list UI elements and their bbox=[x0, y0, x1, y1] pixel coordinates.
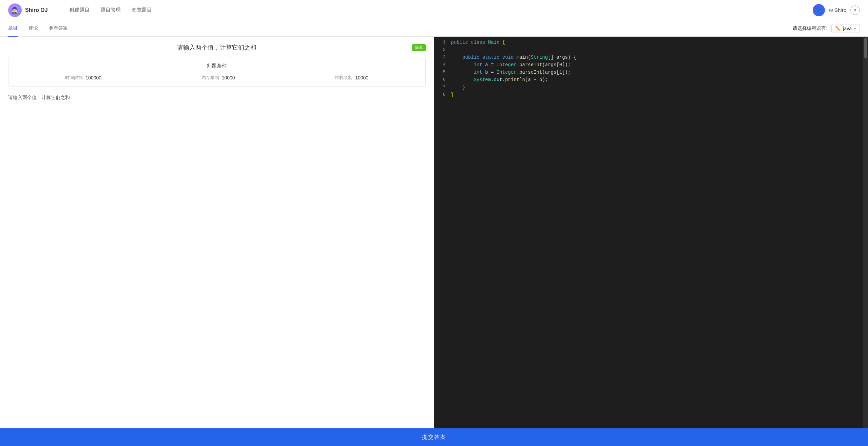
code-line-6: 6 System.out.println(a + b); bbox=[434, 77, 868, 84]
header: 🧙‍♀️ Shiro OJ 创建题目 题目管理 浏览题目 👤 ✉ Shiro ▾ bbox=[0, 0, 868, 20]
difficulty-badge: 简单 bbox=[412, 44, 426, 51]
user-name-label[interactable]: ✉ Shiro bbox=[829, 7, 846, 13]
problem-panel: 请输入两个值，计算它们之和 简单 判题条件 时间限制 100000 内存限制 1… bbox=[0, 37, 434, 428]
memory-limit-label: 内存限制 bbox=[201, 75, 219, 81]
stack-limit-item: 堆栈限制 10000 bbox=[335, 75, 368, 81]
code-line-1: 1public class Main { bbox=[434, 39, 868, 47]
user-avatar-icon[interactable]: 👤 bbox=[813, 4, 825, 16]
main-content: 请输入两个值，计算它们之和 简单 判题条件 时间限制 100000 内存限制 1… bbox=[0, 37, 868, 428]
line-content: public class Main { bbox=[451, 40, 868, 45]
submit-button-label: 提交答案 bbox=[422, 434, 446, 441]
nav-create[interactable]: 创建题目 bbox=[69, 7, 90, 13]
judge-card-title: 判题条件 bbox=[15, 63, 419, 69]
judge-conditions: 时间限制 100000 内存限制 10000 堆栈限制 10000 bbox=[15, 75, 419, 81]
line-number: 4 bbox=[434, 62, 451, 67]
memory-limit-item: 内存限制 10000 bbox=[201, 75, 235, 81]
tab-reference-answer[interactable]: 参考答案 bbox=[49, 20, 68, 37]
chevron-down-icon: ▾ bbox=[854, 26, 856, 31]
stack-limit-label: 堆栈限制 bbox=[335, 75, 352, 81]
tab-problem[interactable]: 题目 bbox=[8, 20, 18, 37]
line-content: public static void main(String[] args) { bbox=[451, 55, 868, 60]
header-right: 👤 ✉ Shiro ▾ bbox=[813, 4, 860, 16]
problem-header: 请输入两个值，计算它们之和 简单 bbox=[8, 43, 426, 52]
submit-bar[interactable]: 提交答案 bbox=[0, 428, 868, 446]
stack-limit-value: 10000 bbox=[355, 75, 368, 80]
language-selector-area: 请选择编程语言: ✏️ java ▾ bbox=[793, 24, 860, 33]
line-number: 6 bbox=[434, 77, 451, 82]
line-number: 1 bbox=[434, 40, 451, 45]
code-line-2: 2 bbox=[434, 47, 868, 54]
nav-links: 创建题目 题目管理 浏览题目 bbox=[69, 7, 799, 13]
user-dropdown-button[interactable]: ▾ bbox=[850, 5, 860, 15]
line-number: 3 bbox=[434, 55, 451, 60]
memory-limit-value: 10000 bbox=[222, 75, 235, 80]
nav-browse[interactable]: 浏览题目 bbox=[132, 7, 152, 13]
language-selector-label: 请选择编程语言: bbox=[793, 25, 827, 32]
language-value: java bbox=[843, 26, 852, 31]
code-line-3: 3 public static void main(String[] args)… bbox=[434, 54, 868, 62]
time-limit-label: 时间限制 bbox=[65, 75, 83, 81]
time-limit-value: 100000 bbox=[85, 75, 101, 80]
logo-text: Shiro OJ bbox=[25, 7, 48, 13]
code-line-7: 7 } bbox=[434, 84, 868, 92]
line-content: System.out.println(a + b); bbox=[451, 77, 868, 82]
tab-comments[interactable]: 评论 bbox=[28, 20, 38, 37]
logo-avatar: 🧙‍♀️ bbox=[8, 3, 22, 17]
nav-manage[interactable]: 题目管理 bbox=[100, 7, 121, 13]
time-limit-item: 时间限制 100000 bbox=[65, 75, 101, 81]
tabs-bar: 题目 评论 参考答案 请选择编程语言: ✏️ java ▾ bbox=[0, 20, 868, 37]
line-number: 5 bbox=[434, 70, 451, 75]
line-number: 7 bbox=[434, 85, 451, 90]
logo-area: 🧙‍♀️ Shiro OJ bbox=[8, 3, 56, 17]
pencil-icon: ✏️ bbox=[835, 26, 841, 31]
editor-scrollbar[interactable] bbox=[863, 37, 868, 428]
line-number: 8 bbox=[434, 92, 451, 97]
code-editor[interactable]: 1public class Main {23 public static voi… bbox=[434, 37, 868, 428]
code-line-5: 5 int b = Integer.parseInt(args[1]); bbox=[434, 69, 868, 77]
scrollbar-thumb bbox=[864, 38, 867, 58]
problem-description: 请输入两个值，计算它们之和 bbox=[8, 93, 426, 102]
line-content: } bbox=[451, 85, 868, 90]
line-content: int a = Integer.parseInt(args[0]); bbox=[451, 62, 868, 68]
line-content: int b = Integer.parseInt(args[1]); bbox=[451, 70, 868, 75]
code-line-8: 8} bbox=[434, 92, 868, 99]
code-line-4: 4 int a = Integer.parseInt(args[0]); bbox=[434, 62, 868, 69]
judge-card: 判题条件 时间限制 100000 内存限制 10000 堆栈限制 10000 bbox=[8, 57, 426, 87]
code-editor-panel[interactable]: 1public class Main {23 public static voi… bbox=[434, 37, 868, 428]
line-number: 2 bbox=[434, 47, 451, 52]
language-select-dropdown[interactable]: ✏️ java ▾ bbox=[831, 24, 860, 33]
line-content: } bbox=[451, 92, 868, 97]
problem-title: 请输入两个值，计算它们之和 bbox=[177, 43, 256, 52]
